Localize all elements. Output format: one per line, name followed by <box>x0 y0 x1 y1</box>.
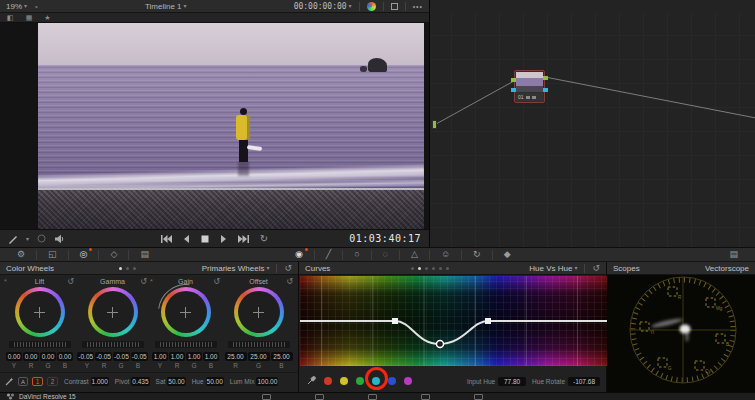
offset-color-wheel[interactable] <box>234 287 284 337</box>
reset-icon[interactable]: ↺ <box>213 277 220 286</box>
input-hue-field[interactable]: 77.80 <box>498 377 526 386</box>
value-box[interactable]: -0.05 <box>113 352 130 361</box>
timeline-select[interactable]: Timeline 1 ▾ <box>145 2 187 11</box>
enhanced-viewer-icon[interactable]: ★ <box>44 14 50 22</box>
viewer-zoom-select[interactable]: 19% ▾ • <box>6 2 38 11</box>
page-deliver-icon[interactable] <box>474 394 483 400</box>
go-to-end-button[interactable] <box>238 235 249 243</box>
reset-icon[interactable]: ↺ <box>592 264 600 273</box>
value-box[interactable]: 0.00 <box>6 352 22 361</box>
reset-icon[interactable]: ↺ <box>67 277 74 286</box>
contrast-field[interactable]: 1.000 <box>91 377 109 386</box>
value-box[interactable]: -0.05 <box>95 352 112 361</box>
node-key-output[interactable] <box>543 88 548 92</box>
page-color-icon[interactable] <box>368 394 377 400</box>
scope-mode-select[interactable]: Vectorscope <box>705 264 749 273</box>
sizing-palette-icon[interactable]: ◱ <box>39 248 66 261</box>
page-edit-icon[interactable] <box>315 394 324 400</box>
reset-icon[interactable]: ↺ <box>140 277 147 286</box>
lift-color-wheel[interactable] <box>15 287 65 337</box>
gain-color-wheel[interactable] <box>161 287 211 337</box>
hue-rotate-field[interactable]: -107.68 <box>568 377 600 386</box>
go-to-start-button[interactable] <box>161 235 172 243</box>
value-box[interactable]: -0.05 <box>77 352 94 361</box>
hue-swatch-green[interactable] <box>356 377 364 385</box>
expand-icon[interactable] <box>391 3 398 10</box>
lum-mix-field[interactable]: 100.00 <box>256 377 278 386</box>
auto-wand-icon[interactable] <box>5 377 14 387</box>
curve-point[interactable] <box>392 318 398 324</box>
power-window-icon[interactable]: ○ <box>345 248 368 261</box>
gamma-color-wheel[interactable] <box>88 287 138 337</box>
corrector-node-01[interactable]: 01 <box>514 70 545 103</box>
stills-icon[interactable]: ▤ <box>131 248 158 261</box>
curve-point-selected[interactable] <box>437 341 444 348</box>
qualifier-icon[interactable]: △ <box>402 248 427 261</box>
step-back-button[interactable] <box>183 235 190 243</box>
wheels-mode-select[interactable]: Primaries Wheels <box>202 264 265 273</box>
hue-field[interactable]: 50.00 <box>206 377 224 386</box>
value-box[interactable]: 1.00 <box>203 352 219 361</box>
hue-swatch-blue[interactable] <box>388 377 396 385</box>
value-box[interactable]: 1.00 <box>186 352 202 361</box>
pivot-field[interactable]: 0.435 <box>131 377 149 386</box>
audio-mute-icon[interactable] <box>54 234 65 244</box>
hue-swatch-yellow[interactable] <box>340 377 348 385</box>
offset-master-wheel[interactable] <box>228 341 290 348</box>
hue-curve[interactable] <box>300 276 607 366</box>
curves-palette-icon[interactable]: ◉ <box>286 248 312 261</box>
node-rgb-input[interactable] <box>511 78 516 82</box>
source-connector[interactable] <box>432 120 437 129</box>
value-box[interactable]: 1.00 <box>169 352 185 361</box>
node-key-input[interactable] <box>511 88 516 92</box>
page-fairlight-icon[interactable] <box>421 394 430 400</box>
value-box[interactable]: 1.00 <box>152 352 168 361</box>
wheels-page-1-button[interactable]: 1 <box>32 377 43 386</box>
unmix-icon[interactable] <box>37 234 46 243</box>
node-graph[interactable]: 01 <box>430 13 755 247</box>
hue-vs-hue-graph[interactable] <box>300 276 607 366</box>
value-box[interactable]: 0.00 <box>40 352 56 361</box>
value-box[interactable]: 0.00 <box>57 352 73 361</box>
eyedropper-icon[interactable] <box>307 376 316 386</box>
value-box[interactable]: 25.00 <box>271 352 293 361</box>
color-page-icon[interactable] <box>367 2 376 11</box>
playhead-timecode[interactable]: 01:03:40:17 <box>311 233 421 244</box>
keyframe-palette-icon[interactable]: ◆ <box>495 248 520 261</box>
curves-page-dots[interactable] <box>411 267 449 270</box>
reset-icon[interactable]: ↺ <box>284 264 292 273</box>
auto-balance-button[interactable]: A <box>18 377 28 386</box>
reset-icon[interactable]: ↺ <box>286 277 293 286</box>
qualifier-picker-icon[interactable]: ╱ <box>317 248 340 261</box>
header-timecode-field[interactable]: 00:00:00:00 <box>294 2 347 11</box>
loop-icon[interactable]: ↻ <box>260 234 268 244</box>
camera-raw-icon[interactable]: ⚙ <box>8 248 34 261</box>
value-box[interactable]: 25.00 <box>225 352 247 361</box>
value-box[interactable]: -0.05 <box>131 352 148 361</box>
sat-field[interactable]: 50.00 <box>167 377 185 386</box>
face-refinement-icon[interactable]: ☺ <box>432 248 459 261</box>
wipe-mode-icon[interactable]: ◧ <box>7 14 14 22</box>
value-box[interactable]: 25.00 <box>248 352 270 361</box>
tracker-icon[interactable]: ◌ <box>374 248 397 261</box>
hue-swatch-magenta[interactable] <box>404 377 412 385</box>
value-box[interactable]: 0.00 <box>23 352 39 361</box>
rotate-palette-icon[interactable]: ↻ <box>464 248 490 261</box>
motion-effects-icon[interactable]: ◇ <box>101 248 126 261</box>
overflow-menu-icon[interactable]: ••• <box>413 3 423 10</box>
grade-mode-icon[interactable] <box>8 234 18 244</box>
node-rgb-output[interactable] <box>543 76 548 80</box>
hue-swatch-red[interactable] <box>324 377 332 385</box>
curve-point[interactable] <box>485 318 491 324</box>
play-button[interactable] <box>220 235 227 243</box>
curves-mode-select[interactable]: Hue Vs Hue <box>529 264 572 273</box>
gamma-master-wheel[interactable] <box>82 341 144 348</box>
scopes-expand-icon[interactable]: ▤ <box>720 248 747 261</box>
page-media-icon[interactable] <box>262 394 271 400</box>
stop-button[interactable] <box>201 235 209 243</box>
lift-master-wheel[interactable] <box>9 341 71 348</box>
wheels-page-dots[interactable] <box>119 267 136 270</box>
wheels-page-2-button[interactable]: 2 <box>47 377 58 386</box>
gain-master-wheel[interactable] <box>155 341 217 348</box>
split-screen-icon[interactable]: ▦ <box>26 14 33 22</box>
